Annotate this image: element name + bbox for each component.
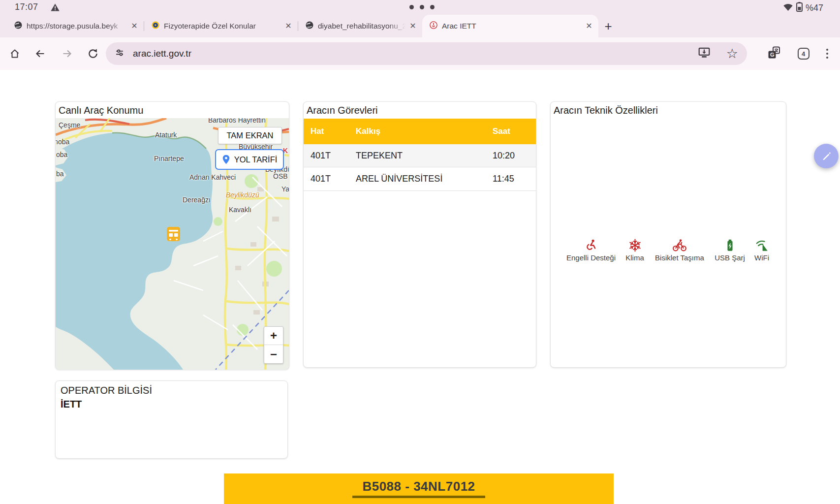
tab-diyabet[interactable]: diyabet_rehabilitasyonu_2.p ✕ xyxy=(298,15,422,37)
operator-card-title: OPERATOR BİLGİSİ xyxy=(61,385,282,396)
tasks-card-title: Aracın Görevleri xyxy=(304,102,536,118)
banner-underline xyxy=(352,496,485,498)
fullscreen-button[interactable]: TAM EKRAN xyxy=(218,127,282,144)
map-label: Ataturk xyxy=(155,131,177,139)
tasks-table: Hat Kalkış Saat 401T TEPEKENT 10:20 401T… xyxy=(304,119,536,191)
vehicle-plate-text: B5088 - 34NL7012 xyxy=(224,473,614,494)
status-bar: 17:07 %47 xyxy=(0,0,840,15)
battery-percent: %47 xyxy=(806,3,823,13)
map[interactable]: Çeşme inoba oba ba Ataturk Pınartepe Adn… xyxy=(56,118,289,370)
cell-kalkis: AREL ÜNİVERSİTESİ xyxy=(356,174,493,184)
map-label: Barbaros Hayrettin xyxy=(208,118,266,124)
tab-close-icon[interactable]: ✕ xyxy=(408,22,417,31)
map-label: Pınartepe xyxy=(154,155,184,162)
edit-fab-button[interactable] xyxy=(814,144,839,168)
site-settings-icon[interactable] xyxy=(114,47,125,60)
map-zoom-control: + − xyxy=(264,326,283,364)
cell-hat: 401T xyxy=(311,174,356,184)
globe-favicon xyxy=(14,21,23,32)
vehicle-plate-banner: B5088 - 34NL7012 xyxy=(224,473,614,504)
fullscreen-button-label: TAM EKRAN xyxy=(226,131,273,140)
omnibox[interactable]: arac.iett.gov.tr ☆ xyxy=(106,42,747,65)
map-label: OSB xyxy=(273,172,288,180)
pencil-icon xyxy=(821,151,832,161)
col-header-kalkis: Kalkış xyxy=(356,126,493,136)
svg-text:G: G xyxy=(770,52,775,58)
vehicle-tasks-card: Aracın Görevleri Hat Kalkış Saat 401T TE… xyxy=(303,101,536,368)
wifi-status-icon xyxy=(783,2,793,13)
tab-switcher-button[interactable]: 4 xyxy=(798,48,809,60)
tab-storage-pusula[interactable]: https://storage.pusula.beyk ✕ xyxy=(7,15,144,37)
map-label: Ya xyxy=(281,185,289,193)
wifi-feature-icon xyxy=(732,238,791,252)
url-text[interactable]: arac.iett.gov.tr xyxy=(133,48,698,59)
refresh-button[interactable] xyxy=(87,48,99,60)
col-header-hat: Hat xyxy=(311,126,356,136)
zoom-out-button[interactable]: − xyxy=(264,345,283,363)
tab-title: diyabet_rehabilitasyonu_2.p xyxy=(318,22,408,31)
forward-button-disabled[interactable] xyxy=(61,48,73,60)
map-label: Kavaklı xyxy=(229,206,251,214)
zoom-in-button[interactable]: + xyxy=(264,327,283,345)
table-row[interactable]: 401T TEPEKENT 10:20 xyxy=(304,144,536,167)
col-header-saat: Saat xyxy=(493,126,536,136)
tab-strip: https://storage.pusula.beyk ✕ Fizyoterap… xyxy=(0,15,840,37)
home-button[interactable] xyxy=(9,48,21,60)
map-label: ba xyxy=(56,170,64,178)
map-label: Adnan Kahveci xyxy=(189,173,236,181)
tab-close-icon[interactable]: ✕ xyxy=(585,22,593,31)
tasks-table-header: Hat Kalkış Saat xyxy=(304,119,536,144)
translate-icon[interactable]: G xyxy=(767,46,781,62)
iett-favicon xyxy=(429,21,438,32)
menu-kebab-icon[interactable] xyxy=(826,49,829,59)
tab-arac-iett-active[interactable]: Arac IETT ✕ xyxy=(422,15,598,37)
tab-close-icon[interactable]: ✕ xyxy=(284,22,293,31)
cell-hat: 401T xyxy=(311,151,356,161)
tab-title: Arac IETT xyxy=(442,22,585,31)
tab-title: Fizyoterapide Özel Konular xyxy=(164,22,284,31)
live-vehicle-location-card: Canlı Araç Konumu xyxy=(55,101,289,370)
screen: 17:07 %47 https://storage.pusula.beyk ✕ xyxy=(0,0,840,504)
operator-name: İETT xyxy=(61,399,282,410)
install-app-icon[interactable] xyxy=(698,46,711,61)
map-label: oba xyxy=(56,151,67,158)
warning-icon xyxy=(50,2,60,14)
camera-cutout-dots xyxy=(409,5,435,9)
cell-saat: 11:45 xyxy=(493,174,536,184)
new-tab-button[interactable]: + xyxy=(598,15,618,37)
browser-toolbar: arac.iett.gov.tr ☆ G 4 xyxy=(0,37,840,70)
back-button[interactable] xyxy=(34,48,46,60)
map-label: Beylikdüzü xyxy=(226,191,259,199)
map-pin-icon xyxy=(222,155,230,164)
operator-info-card: OPERATOR BİLGİSİ İETT xyxy=(55,380,288,459)
feature-wifi: WiFi xyxy=(732,238,791,262)
tech-card-title: Aracın Teknik Özellikleri xyxy=(551,102,786,118)
map-label: Dereağzı xyxy=(183,196,211,204)
map-label: inoba xyxy=(56,138,69,146)
map-label: Çeşme xyxy=(59,121,80,129)
directions-button-label: YOL TARİFİ xyxy=(234,155,278,164)
feature-label: WiFi xyxy=(732,253,791,262)
bus-marker-icon[interactable] xyxy=(166,226,181,245)
cell-saat: 10:20 xyxy=(493,151,536,161)
tab-title: https://storage.pusula.beyk xyxy=(27,22,130,31)
bookmark-star-icon[interactable]: ☆ xyxy=(726,48,738,60)
tab-fizyoterapi[interactable]: Fizyoterapide Özel Konular ✕ xyxy=(144,15,298,37)
vehicle-tech-specs-card: Aracın Teknik Özellikleri Engelli Desteğ… xyxy=(550,101,786,368)
battery-icon xyxy=(796,2,803,14)
cell-kalkis: TEPEKENT xyxy=(356,151,493,161)
map-card-title: Canlı Araç Konumu xyxy=(56,102,289,118)
university-favicon xyxy=(151,21,160,32)
globe-favicon xyxy=(305,21,314,32)
table-row[interactable]: 401T AREL ÜNİVERSİTESİ 11:45 xyxy=(304,167,536,191)
tab-close-icon[interactable]: ✕ xyxy=(130,22,139,31)
directions-button[interactable]: YOL TARİFİ xyxy=(215,149,284,170)
clock: 17:07 xyxy=(15,2,38,12)
